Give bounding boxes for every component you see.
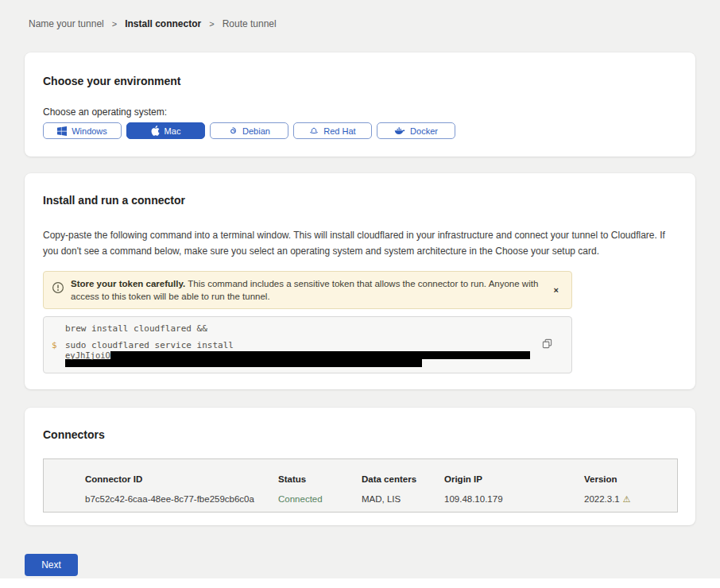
connector-id-value: b7c52c42-6caa-48ee-8c77-fbe259cb6c0a [85, 494, 278, 505]
next-button[interactable]: Next [25, 554, 78, 576]
os-button-debian[interactable]: Debian [210, 122, 288, 139]
shell-prompt: $ [44, 340, 65, 367]
install-connector-title: Install and run a connector [43, 195, 677, 207]
os-button-group: Windows Mac Debian Red Hat [43, 122, 677, 139]
breadcrumb-route-tunnel[interactable]: Route tunnel [223, 19, 277, 29]
connectors-card: Connectors Connector ID Status Data cent… [25, 408, 695, 525]
apple-icon [151, 126, 160, 136]
copy-command-button[interactable] [542, 338, 552, 351]
connectors-table-header: Connector ID Status Data centers Origin … [85, 474, 677, 484]
connectors-table-row: b7c52c42-6caa-48ee-8c77-fbe259cb6c0a Con… [85, 494, 677, 505]
page: Name your tunnel > Install connector > R… [0, 0, 720, 525]
token-warning-banner: Store your token carefully. This command… [43, 271, 572, 309]
header-origin-ip: Origin IP [444, 474, 584, 484]
os-button-redhat[interactable]: Red Hat [293, 122, 372, 139]
header-data-centers: Data centers [362, 474, 444, 484]
token-prefix: eyJhIjoiO [65, 351, 110, 359]
os-button-label: Red Hat [323, 126, 355, 136]
os-button-label: Windows [72, 126, 107, 136]
code-line-brew: brew install cloudflared && [44, 323, 571, 334]
info-icon [52, 281, 64, 297]
redacted-token-bar [110, 351, 530, 359]
redhat-icon [309, 126, 319, 136]
choose-environment-card: Choose your environment Choose an operat… [25, 52, 695, 157]
choose-environment-title: Choose your environment [43, 75, 677, 87]
install-description: Copy-paste the following command into a … [43, 227, 677, 259]
banner-close-button[interactable]: × [549, 282, 563, 298]
data-centers-value: MAD, LIS [362, 494, 444, 505]
bottom-strip [0, 578, 720, 588]
code-line-sudo: sudo cloudflared service install [65, 340, 571, 350]
redacted-token-bar [65, 359, 422, 367]
os-button-label: Debian [242, 126, 270, 136]
breadcrumb-install-connector[interactable]: Install connector [125, 19, 201, 29]
os-button-label: Docker [410, 126, 438, 136]
install-command-codeblock: brew install cloudflared && $ sudo cloud… [43, 316, 572, 373]
docker-icon [394, 126, 405, 135]
copy-icon [542, 339, 552, 351]
version-value: 2022.3.1⚠ [584, 494, 677, 505]
os-button-windows[interactable]: Windows [43, 122, 122, 139]
os-button-mac[interactable]: Mac [126, 122, 205, 139]
install-connector-card: Install and run a connector Copy-paste t… [25, 173, 695, 389]
header-connector-id: Connector ID [85, 474, 278, 484]
breadcrumb: Name your tunnel > Install connector > R… [29, 0, 695, 29]
breadcrumb-separator: > [209, 19, 214, 29]
token-warning-bold: Store your token carefully. [71, 279, 185, 288]
status-badge: Connected [278, 494, 362, 505]
token-warning-text: Store your token carefully. This command… [71, 277, 540, 303]
header-version: Version [584, 474, 677, 484]
operating-system-label: Choose an operating system: [43, 107, 677, 117]
breadcrumb-separator: > [112, 19, 117, 29]
debian-icon [228, 126, 238, 136]
windows-icon [57, 126, 67, 136]
os-button-label: Mac [165, 126, 181, 136]
breadcrumb-name-your-tunnel[interactable]: Name your tunnel [29, 19, 104, 29]
os-button-docker[interactable]: Docker [377, 122, 455, 139]
origin-ip-value: 109.48.10.179 [444, 494, 584, 505]
header-status: Status [278, 474, 362, 484]
version-warning-icon: ⚠ [623, 494, 631, 505]
connectors-title: Connectors [43, 429, 677, 441]
connectors-table: Connector ID Status Data centers Origin … [43, 458, 678, 513]
